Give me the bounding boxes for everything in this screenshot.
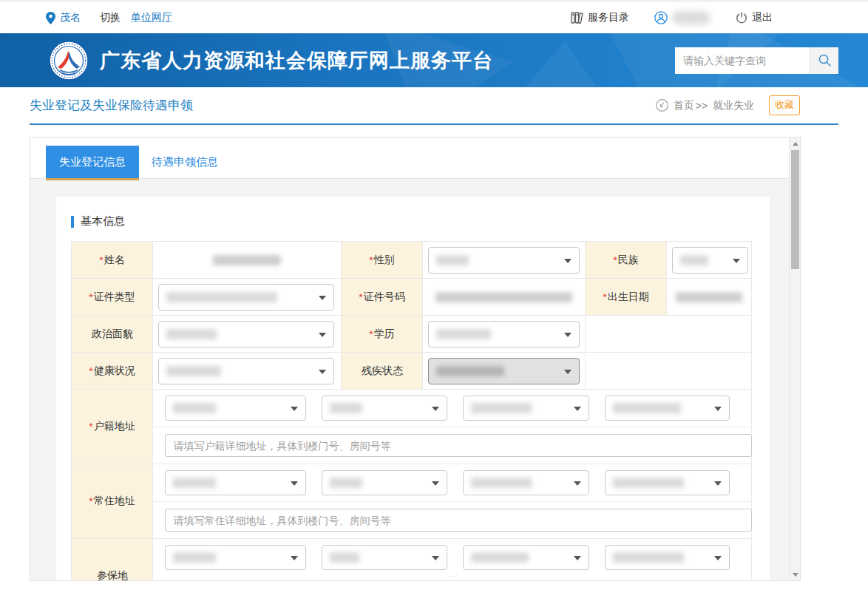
section-bar-icon bbox=[71, 216, 74, 228]
empty-cell bbox=[586, 316, 752, 353]
service-directory-link[interactable]: 服务目录 bbox=[571, 11, 629, 24]
gender-label: * 性别 bbox=[342, 242, 423, 279]
section-title: 基本信息 bbox=[81, 214, 125, 228]
education-cell bbox=[423, 316, 586, 353]
tabs-bar: 失业登记信息 待遇申领信息 bbox=[30, 138, 800, 179]
disability-status-select bbox=[428, 358, 580, 384]
breadcrumb-home-link[interactable]: 首页 bbox=[674, 99, 694, 112]
form-row-basic-4: * 健康状况 残疾状态 bbox=[72, 353, 752, 390]
vertical-scrollbar[interactable] bbox=[789, 138, 800, 580]
gender-cell bbox=[423, 242, 586, 279]
household-address-label: * 户籍地址 bbox=[72, 390, 153, 464]
form-table: * 姓名 * 性别 bbox=[71, 241, 752, 581]
service-directory-label: 服务目录 bbox=[588, 11, 629, 24]
ethnic-select[interactable] bbox=[672, 247, 748, 274]
form-row-basic-1: * 姓名 * 性别 bbox=[72, 242, 752, 279]
household-street-select[interactable] bbox=[605, 396, 730, 421]
favorite-button[interactable]: 收藏 bbox=[769, 95, 800, 115]
ethnic-cell bbox=[667, 242, 752, 279]
empty-cell bbox=[586, 353, 752, 390]
chevron-down-icon bbox=[564, 333, 572, 337]
chevron-down-icon bbox=[574, 407, 581, 411]
search-box bbox=[675, 47, 838, 74]
household-province-select[interactable] bbox=[165, 396, 306, 421]
household-region-row bbox=[159, 390, 745, 427]
breadcrumb: 首页 >> 就业失业 收藏 bbox=[656, 95, 800, 115]
form-row-basic-3: 政治面貌 * 学历 bbox=[72, 316, 752, 353]
tab-unemployment-registration[interactable]: 失业登记信息 bbox=[46, 146, 139, 178]
residence-address-input[interactable] bbox=[165, 509, 752, 532]
household-address-cell bbox=[153, 390, 752, 464]
id-type-cell bbox=[153, 279, 342, 316]
city-selector[interactable]: 茂名 bbox=[60, 11, 81, 24]
household-district-select[interactable] bbox=[463, 396, 589, 421]
insured-place-cell bbox=[153, 539, 752, 581]
scrollbar-thumb[interactable] bbox=[791, 150, 799, 269]
chevron-down-icon bbox=[733, 259, 740, 263]
breadcrumb-return-icon bbox=[656, 99, 668, 112]
breadcrumb-separator: >> bbox=[696, 100, 708, 112]
scroll-up-button[interactable] bbox=[790, 138, 801, 149]
education-select[interactable] bbox=[428, 321, 580, 347]
chevron-down-icon bbox=[432, 481, 439, 486]
household-detail-row bbox=[153, 427, 752, 464]
health-cell bbox=[153, 353, 342, 390]
chevron-down-icon bbox=[319, 296, 326, 300]
chevron-down-icon bbox=[291, 481, 298, 486]
location-group: 茂名 切换 单位网厅 bbox=[46, 11, 172, 24]
education-label: * 学历 bbox=[342, 316, 423, 353]
chevron-down-icon bbox=[319, 333, 326, 337]
residence-city-select[interactable] bbox=[322, 470, 447, 495]
search-input[interactable] bbox=[675, 47, 810, 74]
tab-benefit-application[interactable]: 待遇申领信息 bbox=[139, 146, 231, 178]
chevron-down-icon bbox=[714, 556, 722, 560]
chevron-down-icon bbox=[432, 556, 439, 560]
breadcrumb-section-link[interactable]: 就业失业 bbox=[713, 99, 754, 112]
gender-select[interactable] bbox=[428, 247, 580, 274]
insured-city-select[interactable] bbox=[322, 545, 447, 570]
top-utility-bar: 茂名 切换 单位网厅 服务目录 退出 bbox=[0, 0, 868, 33]
user-icon bbox=[654, 11, 668, 24]
unit-hall-link[interactable]: 单位网厅 bbox=[131, 11, 172, 24]
user-account[interactable] bbox=[654, 11, 711, 24]
power-icon bbox=[736, 12, 747, 24]
household-address-input[interactable] bbox=[165, 434, 752, 457]
form-panel: 基本信息 * 姓名 * 性别 bbox=[56, 197, 770, 581]
chevron-down-icon bbox=[564, 259, 572, 263]
name-value-redacted bbox=[153, 242, 342, 279]
chevron-down-icon bbox=[319, 370, 326, 374]
section-header: 基本信息 bbox=[71, 214, 751, 228]
insured-province-select[interactable] bbox=[165, 545, 306, 570]
health-label: * 健康状况 bbox=[72, 353, 153, 390]
residence-address-cell bbox=[153, 464, 752, 539]
search-button[interactable] bbox=[810, 47, 838, 74]
residence-region-row bbox=[159, 464, 745, 501]
birth-date-label: * 出生日期 bbox=[586, 279, 667, 316]
insured-region-row bbox=[159, 539, 745, 576]
breadcrumb-row: 失业登记及失业保险待遇申领 首页 >> 就业失业 收藏 bbox=[30, 87, 838, 125]
id-number-label: * 证件号码 bbox=[342, 279, 423, 316]
chevron-down-icon bbox=[714, 481, 722, 486]
site-title: 广东省人力资源和社会保障厅网上服务平台 bbox=[100, 47, 493, 74]
insured-place-label: 参保地 bbox=[72, 539, 153, 581]
insured-district-select[interactable] bbox=[463, 545, 589, 570]
chevron-down-icon bbox=[714, 407, 722, 411]
page-title: 失业登记及失业保险待遇申领 bbox=[30, 97, 193, 114]
chevron-down-icon bbox=[574, 556, 581, 560]
chevron-down-icon bbox=[291, 407, 298, 411]
residence-district-select[interactable] bbox=[463, 470, 589, 495]
insured-street-select[interactable] bbox=[605, 545, 730, 570]
id-type-select[interactable] bbox=[158, 284, 334, 311]
political-status-select[interactable] bbox=[158, 321, 334, 347]
household-city-select[interactable] bbox=[322, 396, 447, 421]
logout-label: 退出 bbox=[752, 11, 773, 24]
chevron-down-icon bbox=[291, 556, 298, 560]
tab-content: 基本信息 * 姓名 * 性别 bbox=[30, 179, 800, 581]
residence-province-select[interactable] bbox=[165, 470, 306, 495]
logout-button[interactable]: 退出 bbox=[736, 11, 773, 24]
disability-cell bbox=[423, 353, 586, 390]
health-status-select[interactable] bbox=[158, 358, 334, 384]
switch-city-link[interactable]: 切换 bbox=[100, 11, 121, 24]
scroll-down-button[interactable] bbox=[790, 569, 801, 580]
residence-street-select[interactable] bbox=[605, 470, 730, 495]
